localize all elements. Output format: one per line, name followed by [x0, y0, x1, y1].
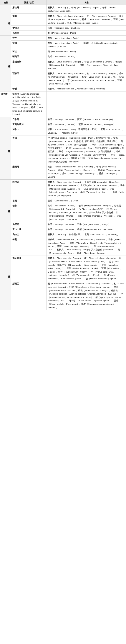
fruits-cell: 香蕉（Musa AAA；Banana）、菠萝（Ananas comosus；Pi…: [47, 122, 126, 127]
region-cell: 北美洲: [0, 117, 11, 180]
table-row: 洪都斯香蕉（Musa sp.；Banana）、芒果（Mangifera indi…: [0, 222, 126, 227]
table-row: 法国苹果（Malus domestica；Apple）、猕猴桃（Actinidi…: [0, 41, 126, 49]
country-cell: 西班牙: [11, 71, 47, 86]
table-row: 秘鲁葡萄（Vitis vinifera；Grape）、芒果（Mangifera …: [0, 203, 126, 222]
fruits-cell: 苹果（Malus domestica；Apple）、猕猴桃（Actinidia …: [47, 41, 126, 49]
table-row: 大洋洲智利猕猴桃（Actinidia chinensis，Actinidia d…: [0, 237, 126, 256]
table-body: 非洲摩洛哥柑橘属（Citrus spp.）、葡萄（Vitis vinifera；…: [0, 5, 126, 310]
fruits-cell: 柑橘属（Citrus sinensis；Orange）、柑（Citrus ret…: [47, 256, 126, 281]
table-row: 塞浦路斯柑橘属（Citrus sinensis；Orange）、柠檬（Citru…: [0, 59, 126, 71]
fruits-cell: 香蕉（Musa sp.；Banana）、芒果（Mangifera indica；…: [47, 222, 126, 227]
country-cell: 美国: [11, 136, 47, 164]
fruits-cell: 柑橘属（Citrus spp.，柑橘属水果）、蓝莓（Vaccinium spp.…: [47, 232, 126, 237]
header-fruits: 水果: [47, 0, 126, 5]
fruits-cell: 葡萄（Vitis vinifera；Grape）: [47, 54, 126, 59]
country-cell: 塞浦路斯: [11, 59, 47, 71]
fruits-cell: 葡萄（Vitis vinifera；Grape）、芒果（Mangifera in…: [47, 203, 126, 222]
table-row: 北美洲巴拿马香蕉（Musa sp.；Banana）、菠萝（Ananas como…: [0, 117, 126, 122]
table-row: 非洲摩洛哥柑橘属（Citrus spp.）、葡萄（Vitis vinifera；…: [0, 5, 126, 14]
header-country: 国家/地区: [11, 0, 47, 5]
country-cell: 葡萄牙: [11, 54, 47, 59]
country-cell: 洪都斯: [11, 222, 47, 227]
country-cell: 哥拉比亚: [11, 227, 47, 232]
country-cell: 波兰: [11, 36, 47, 40]
fruits-cell: 柑橘属（Citrus sinensis；Orange）、葡萄柚（Citrus p…: [47, 180, 126, 198]
fruits-cell: 猕猴桃（Actinidia chinensis，Actinidia delici…: [47, 237, 126, 256]
table-row: 南美洲阿根廷柑橘属（Citrus sinensis；Orange）、葡萄柚（Ci…: [0, 180, 126, 198]
fruits-cell: 猕猴桃（Actinidia chinensis，Actinidia delici…: [47, 86, 126, 91]
country-cell: 新西兰: [11, 281, 47, 310]
fruits-cell: 柑橘属（Citrus reticulata；Mandarin）、柑（Citrus…: [47, 14, 126, 25]
country-cell: 澳大利亚: [11, 256, 47, 281]
country-cell: 秘鲁: [11, 203, 47, 222]
country-cell: 智利: [11, 237, 47, 256]
fruits-cell: 樱桃（Prunus avium；Cherry，不列颠哥伦比亚省）、蓝莓（Vacc…: [47, 127, 126, 136]
fruits-cell: 柑橘属（Citrus spp.）、葡萄（Vitis vinifera；Grape…: [47, 5, 126, 14]
header-region: 地及: [0, 0, 11, 5]
main-table-container: 地及 国家/地区 水果 非洲摩洛哥柑橘属（Citrus spp.）、葡萄（Vit…: [0, 0, 126, 310]
table-row: 加拿大樱桃（Prunus avium；Cherry，不列颠哥伦比亚省）、蓝莓（V…: [0, 127, 126, 136]
country-cell: 墨西哥: [11, 164, 47, 180]
country-cell: 摩洛哥: [11, 5, 47, 14]
country-cell: 巴西: [11, 198, 47, 203]
country-cell: 法国: [11, 41, 47, 49]
country-cell: 比利时: [11, 30, 47, 36]
country-cell: 巴拿马: [11, 117, 47, 122]
fruits-cell: 柑（Citrus reticulata，Citrus deliciosa，Cit…: [47, 281, 126, 310]
table-row: 荷兰梨（Pyrus communis；Pear）: [0, 49, 126, 54]
country-cell: 乌拉圭: [11, 232, 47, 237]
country-cell: 加拿大: [11, 127, 47, 136]
fruits-cell: 梨（Pyrus communis；Pear）: [47, 49, 126, 54]
table-row: 澳大利亚柑橘属（Citrus sinensis；Orange）、柑（Citrus…: [0, 256, 126, 281]
country-cell: 哥斯达黎加: [11, 122, 47, 127]
fruits-cell: 梨（Pyrus communis；Pear）: [47, 30, 126, 36]
region-cell: 大洋洲: [0, 237, 11, 310]
table-row: 意大利猕猴桃（Actinidia chinensis, Actinidia de…: [0, 91, 126, 117]
table-row: 巴西甜瓜（Cucumis melo L.；Melon）: [0, 198, 126, 203]
table-row: 美国李（Prunus salicina，Prunus domestica；Plu…: [0, 136, 126, 164]
table-row: 乌拉圭柑橘属（Citrus spp.，柑橘属水果）、蓝莓（Vaccinium s…: [0, 232, 126, 237]
fruits-cell: 蓝莓（Vaccinium spp.；Blueberry）: [47, 25, 126, 30]
region-cell: 非洲: [0, 5, 11, 36]
table-row: 新西兰柑（Citrus reticulata，Citrus deliciosa，…: [0, 281, 126, 310]
region-cell: 南美洲: [0, 180, 11, 237]
fruits-cell: 李（Prunus salicina，Prunus domestica；Plum，…: [47, 136, 126, 164]
table-header-row: 地及 国家/地区 水果: [0, 0, 126, 5]
table-row: 墨西哥鳄梨（Persea americana Var. Hass；Avocado…: [0, 164, 126, 180]
country-cell: 意大利: [0, 91, 11, 117]
table-row: 欧洲波兰苹果（Malus domestica；Apple）: [0, 36, 126, 40]
fruits-table: 地及 国家/地区 水果 非洲摩洛哥柑橘属（Citrus spp.）、葡萄（Vit…: [0, 0, 126, 310]
table-row: 西班牙柑橘属（Citrus reticulata；Mandarin）、柑（Cit…: [0, 71, 126, 86]
table-row: 赞比亚蓝莓（Vaccinium spp.；Blueberry）: [0, 25, 126, 30]
table-row: 希腊猕猴桃（Actinidia chinensis，Actinidia deli…: [0, 86, 126, 91]
fruits-cell: 猕猴桃（Actinidia chinensis, Actinidia delic…: [11, 91, 47, 117]
fruits-cell: 香蕉（Musa sp.；Banana）、鳄梨（Persea americana；…: [47, 227, 126, 232]
fruits-cell: 香蕉（Musa sp.；Banana）、菠萝（Ananas comosus；Pi…: [47, 117, 126, 122]
table-row: 比利时梨（Pyrus communis；Pear）: [0, 30, 126, 36]
country-cell: 赞比亚: [11, 25, 47, 30]
table-row: 哥拉比亚香蕉（Musa sp.；Banana）、鳄梨（Persea americ…: [0, 227, 126, 232]
fruits-cell: 甜瓜（Cucumis melo L.；Melon）: [47, 198, 126, 203]
fruits-cell: 柑橘属（Citrus sinensis；Orange）、柠檬（Citrus li…: [47, 59, 126, 71]
fruits-cell: 鳄梨（Persea americana Var. Hass；Avocado）、葡…: [47, 164, 126, 180]
country-cell: 希腊: [11, 86, 47, 91]
fruits-cell: 柑橘属（Citrus reticulata；Mandarin）、柑（Citrus…: [47, 71, 126, 86]
table-row: 南非柑橘属（Citrus reticulata；Mandarin）、柑（Citr…: [0, 14, 126, 25]
table-row: 哥斯达黎加香蕉（Musa AAA；Banana）、菠萝（Ananas comos…: [0, 122, 126, 127]
region-cell: 欧洲: [0, 36, 11, 91]
fruits-cell: 苹果（Malus domestica；Apple）: [47, 36, 126, 40]
table-row: 葡萄牙葡萄（Vitis vinifera；Grape）: [0, 54, 126, 59]
country-cell: 南非: [11, 14, 47, 25]
country-cell: 荷兰: [11, 49, 47, 54]
country-cell: 阿根廷: [11, 180, 47, 198]
